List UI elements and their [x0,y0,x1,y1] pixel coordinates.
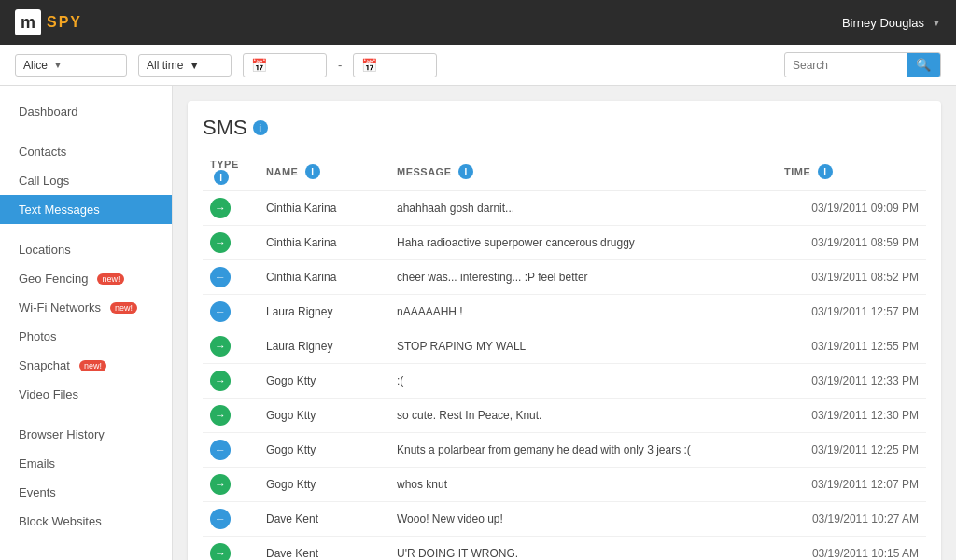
cell-name: Cinthia Karina [259,226,389,260]
user-name: Birney Douglas [842,16,924,30]
cell-message: so cute. Rest In Peace, Knut. [389,399,777,433]
name-col-info-icon[interactable]: i [305,164,320,179]
cell-name: Cinthia Karina [259,191,389,226]
incoming-icon: ← [210,440,231,460]
table-row[interactable]: →Cinthia KarinaHaha radioactive superpow… [203,226,926,260]
sidebar-item-label: Call Logs [19,174,69,188]
sidebar-item-browser-history[interactable]: Browser History [0,420,172,449]
table-row[interactable]: →Gogo Kttywhos knut03/19/2011 12:07 PM [203,468,926,502]
time-filter[interactable]: All time ▼ [138,54,232,77]
sidebar-item-label: Snapchat [19,358,70,372]
main-layout: Dashboard Contacts Call Logs Text Messag… [0,86,956,560]
cell-message: :( [389,364,777,399]
sidebar-item-emails[interactable]: Emails [0,449,172,478]
outgoing-icon: → [210,543,231,560]
sidebar-item-label: Dashboard [19,105,78,119]
sidebar-item-events[interactable]: Events [0,478,172,507]
col-header-time: TIME i [777,153,926,191]
calendar-from-icon: 📅 [251,58,267,73]
cell-type: → [203,226,259,260]
outgoing-icon: → [210,474,231,495]
new-badge: new! [110,302,137,314]
sidebar-item-contacts[interactable]: Contacts [0,137,172,166]
search-area: 🔍 [784,52,941,77]
sidebar-item-label: Video Files [19,387,78,401]
title-info-icon[interactable]: i [253,120,268,135]
cell-message: Haha radioactive superpower cancerous dr… [389,226,777,260]
cell-time: 03/19/2011 12:33 PM [777,364,926,399]
outgoing-icon: → [210,336,231,357]
user-menu[interactable]: Birney Douglas ▼ [842,16,941,30]
date-from-input[interactable]: 📅 [243,53,327,77]
sidebar-item-block-websites[interactable]: Block Websites [0,507,172,536]
sidebar-item-call-logs[interactable]: Call Logs [0,166,172,195]
filter-bar: Alice ▼ All time ▼ 📅 - 📅 🔍 [0,45,956,86]
time-filter-arrow-icon: ▼ [189,59,200,72]
table-row[interactable]: ←Laura RigneynAAAAAHH !03/19/2011 12:57 … [203,295,926,329]
cell-message: cheer was... interesting... :P feel bett… [389,260,777,295]
sidebar-item-geo-fencing[interactable]: Geo Fencing new! [0,264,172,293]
sidebar-item-video-files[interactable]: Video Files [0,380,172,409]
sidebar-item-label: Wi-Fi Networks [19,301,101,315]
sidebar-item-photos[interactable]: Photos [0,322,172,351]
page-title: SMS i [203,116,926,140]
table-row[interactable]: →Dave KentU'R DOING IT WRONG.03/19/2011 … [203,537,926,561]
table-row[interactable]: ←Gogo KttyKnuts a polarbear from gemany … [203,433,926,468]
outgoing-icon: → [210,371,231,391]
type-col-info-icon[interactable]: i [214,170,229,185]
cell-name: Gogo Ktty [259,468,389,502]
sidebar-item-label: Browser History [19,427,105,441]
search-input[interactable] [785,55,907,76]
cell-message: nAAAAAHH ! [389,295,777,329]
cell-time: 03/19/2011 09:09 PM [777,191,926,226]
logo-spy-text: SPY [47,14,82,31]
cell-time: 03/19/2011 08:59 PM [777,226,926,260]
sidebar-item-label: Text Messages [19,203,100,217]
col-header-type: TYPE i [203,153,259,191]
sidebar-item-label: Locations [19,243,71,257]
cell-message: U'R DOING IT WRONG. [389,537,777,561]
contact-filter[interactable]: Alice ▼ [15,54,127,77]
table-row[interactable]: →Gogo Ktty:(03/19/2011 12:33 PM [203,364,926,399]
incoming-icon: ← [210,509,231,529]
cell-name: Gogo Ktty [259,364,389,399]
cell-name: Gogo Ktty [259,399,389,433]
logo-m-icon: m [15,9,41,35]
table-row[interactable]: →Cinthia Karinaahahhaah gosh darnit...03… [203,191,926,226]
sms-card: SMS i TYPE i NAME i ME [188,101,941,560]
cell-time: 03/19/2011 12:25 PM [777,433,926,468]
sidebar-item-dashboard[interactable]: Dashboard [0,97,172,126]
sidebar-item-label: Photos [19,329,56,343]
sidebar-item-text-messages[interactable]: Text Messages [0,195,172,224]
cell-type: → [203,537,259,561]
outgoing-icon: → [210,232,231,253]
msg-col-info-icon[interactable]: i [458,164,473,179]
sidebar-item-snapchat[interactable]: Snapchat new! [0,351,172,380]
cell-name: Dave Kent [259,502,389,537]
cell-type: → [203,329,259,364]
sidebar-item-label: Geo Fencing [19,272,88,286]
sms-table: TYPE i NAME i MESSAGE i TIME [203,153,926,560]
table-row[interactable]: →Laura RigneySTOP RAPING MY WALL03/19/20… [203,329,926,364]
cell-name: Laura Rigney [259,295,389,329]
table-row[interactable]: ←Dave KentWooo! New video up!03/19/2011 … [203,502,926,537]
cell-message: whos knut [389,468,777,502]
cell-message: Wooo! New video up! [389,502,777,537]
sidebar-item-label: Block Websites [19,514,102,528]
table-row[interactable]: ←Cinthia Karinacheer was... interesting.… [203,260,926,295]
outgoing-icon: → [210,405,231,426]
sidebar-item-wifi-networks[interactable]: Wi-Fi Networks new! [0,293,172,322]
sidebar-item-locations[interactable]: Locations [0,235,172,264]
search-button[interactable]: 🔍 [907,53,940,77]
logo-area: m SPY [15,9,82,35]
table-row[interactable]: →Gogo Kttyso cute. Rest In Peace, Knut.0… [203,399,926,433]
calendar-to-icon: 📅 [361,58,377,73]
outgoing-icon: → [210,198,231,218]
cell-time: 03/19/2011 12:57 PM [777,295,926,329]
time-col-info-icon[interactable]: i [818,164,833,179]
cell-type: ← [203,502,259,537]
time-filter-value: All time [147,59,183,72]
date-to-input[interactable]: 📅 [353,53,437,77]
cell-type: → [203,364,259,399]
sidebar: Dashboard Contacts Call Logs Text Messag… [0,86,173,560]
